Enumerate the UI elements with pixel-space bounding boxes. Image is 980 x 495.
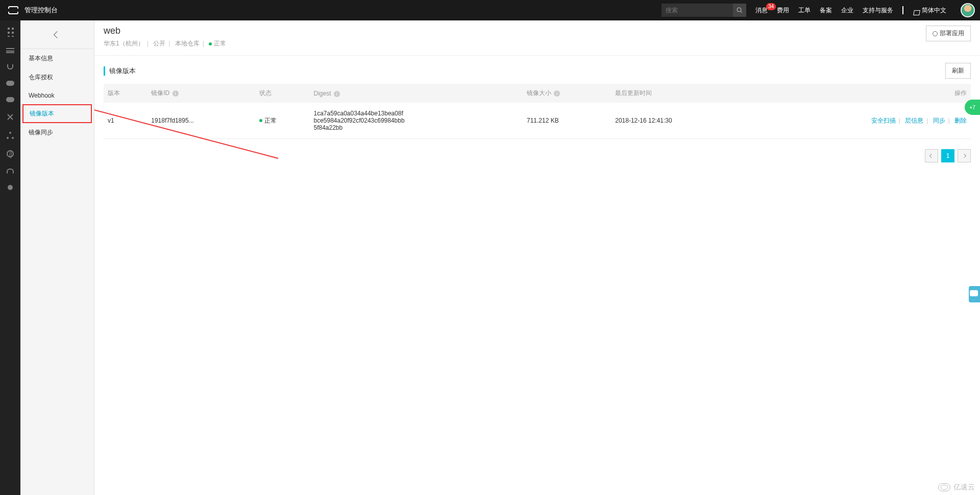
svg-point-0	[737, 8, 741, 12]
messages-badge: 34	[766, 3, 776, 10]
nav-enterprise[interactable]: 企业	[841, 6, 853, 15]
breadcrumb: 华东1（杭州）| 公开| 本地仓库| 正常	[104, 39, 226, 48]
console-title: 管理控制台	[24, 6, 58, 15]
apps-icon[interactable]	[6, 28, 15, 37]
action-layers[interactable]: 层信息	[905, 117, 923, 124]
dot-icon[interactable]	[8, 185, 13, 190]
cell-version: v1	[104, 103, 147, 139]
cloud-download-icon[interactable]	[6, 97, 14, 102]
image-versions-table: 版本 镜像ID i 状态 Digest i 镜像大小 i 最后更新时间 操作 v…	[104, 84, 971, 139]
action-delete[interactable]: 删除	[954, 117, 967, 124]
info-icon[interactable]: i	[334, 91, 340, 97]
section-title: 镜像版本	[104, 66, 136, 76]
deploy-app-button[interactable]: 部署应用	[926, 26, 971, 41]
nav-messages[interactable]: 消息34	[755, 6, 768, 15]
col-actions: 操作	[750, 84, 971, 103]
crumb-status: 正常	[214, 40, 226, 47]
search-icon	[737, 7, 743, 13]
info-icon[interactable]: i	[173, 90, 179, 97]
cloud-logo-icon	[938, 483, 950, 491]
cell-digest: 1ca7a59ca0a034a44be13bea08fbce5984a20f92…	[309, 103, 523, 139]
sidebar-item-webhook[interactable]: Webhook	[20, 87, 94, 104]
watermark: 亿速云	[938, 483, 975, 492]
cloud-icon[interactable]	[6, 81, 14, 86]
globe-icon[interactable]	[7, 150, 14, 157]
action-sync[interactable]: 同步	[933, 117, 945, 124]
cell-actions: 安全扫描| 层信息| 同步| 删除	[750, 103, 971, 139]
col-size: 镜像大小 i	[523, 84, 611, 103]
col-digest: Digest i	[309, 84, 523, 103]
page-title: web	[104, 26, 226, 36]
sidebar-item-image-sync[interactable]: 镜像同步	[20, 123, 94, 142]
chevron-left-icon	[929, 154, 934, 158]
brand-logo-icon	[8, 6, 18, 14]
page-number-button[interactable]: 1	[941, 149, 954, 162]
crumb-repo-type: 本地仓库	[175, 40, 200, 47]
nodes-icon[interactable]	[7, 132, 14, 139]
nav-workorder[interactable]: 工单	[798, 6, 811, 15]
sidebar-item-basic-info[interactable]: 基本信息	[20, 49, 94, 68]
page-next-button[interactable]	[958, 149, 971, 162]
main-content: web 华东1（杭州）| 公开| 本地仓库| 正常 部署应用 镜像版本 刷新 版…	[94, 20, 980, 495]
back-button[interactable]	[20, 20, 94, 49]
shuffle-icon[interactable]	[7, 113, 14, 121]
user-avatar[interactable]	[961, 3, 975, 17]
gear-icon	[933, 31, 938, 36]
page-prev-button[interactable]	[925, 149, 938, 162]
col-status: 状态	[255, 84, 310, 103]
info-icon[interactable]: i	[554, 90, 560, 97]
chevron-right-icon	[962, 154, 966, 158]
search-input[interactable]	[662, 4, 733, 17]
chat-icon	[970, 290, 978, 296]
chevron-left-icon	[54, 31, 61, 38]
hand-icon[interactable]	[7, 169, 14, 174]
status-dot-icon	[259, 119, 262, 122]
cell-updated: 2018-12-16 12:41:30	[611, 103, 749, 139]
cell-size: 711.212 KB	[523, 103, 611, 139]
icon-sidebar	[0, 20, 20, 495]
table-row: v1 1918f7fd1895... 正常 1ca7a59ca0a034a44b…	[104, 103, 971, 139]
cell-status: 正常	[255, 103, 310, 139]
cup-icon[interactable]	[7, 64, 13, 69]
list-icon[interactable]	[6, 48, 14, 53]
col-updated: 最后更新时间	[611, 84, 749, 103]
svg-line-1	[741, 11, 742, 13]
sidebar-item-repo-auth[interactable]: 仓库授权	[20, 68, 94, 87]
search-box	[662, 4, 746, 17]
nav-support[interactable]: 支持与服务	[863, 6, 893, 15]
secondary-sidebar: 基本信息 仓库授权 Webhook 镜像版本 镜像同步	[20, 20, 94, 495]
crumb-visibility: 公开	[153, 40, 165, 47]
mail-icon[interactable]	[902, 7, 903, 14]
status-dot-icon	[209, 42, 212, 45]
action-scan[interactable]: 安全扫描	[871, 117, 896, 124]
topbar: 管理控制台 消息34 费用 工单 备案 企业 支持与服务 简体中文	[0, 0, 980, 20]
crumb-region: 华东1（杭州）	[104, 40, 144, 47]
sidebar-item-image-versions[interactable]: 镜像版本	[22, 104, 92, 123]
col-image-id: 镜像ID i	[147, 84, 255, 103]
refresh-button[interactable]: 刷新	[945, 63, 971, 79]
floating-counter-badge[interactable]: +7	[965, 100, 980, 115]
col-version: 版本	[104, 84, 147, 103]
nav-beian[interactable]: 备案	[820, 6, 832, 15]
nav-language[interactable]: 简体中文	[922, 6, 946, 15]
floating-feedback-bar[interactable]: 咨询 建议	[969, 286, 980, 302]
nav-fees[interactable]: 费用	[777, 6, 789, 15]
pagination: 1	[104, 149, 971, 162]
search-button[interactable]	[733, 4, 746, 17]
cell-image-id: 1918f7fd1895...	[147, 103, 255, 139]
